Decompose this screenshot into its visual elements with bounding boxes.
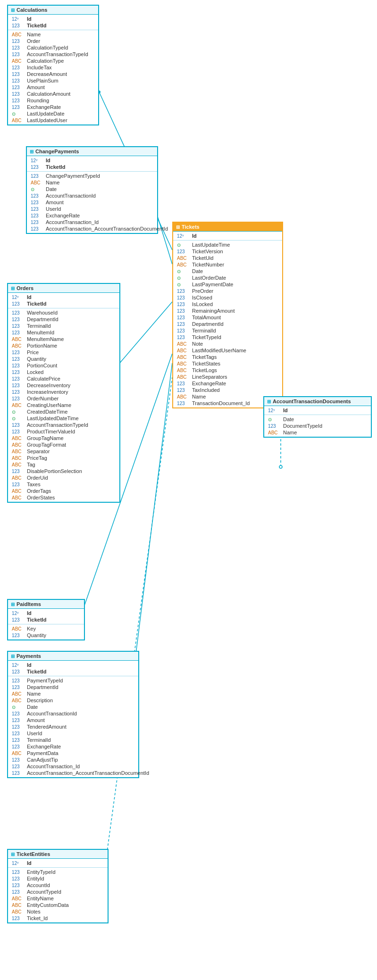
field-name: AccountTransactionTypeId <box>27 422 88 428</box>
field-type: 123 <box>177 381 190 386</box>
field-name: IncludeTax <box>27 65 52 70</box>
field-name: PreOrder <box>192 288 213 294</box>
entity-calculations: ⊞ Calculations 12ᵞ Id 123 TicketId ABCNa… <box>7 5 99 125</box>
field-type: 123 <box>12 317 25 322</box>
field-name: ExchangeRate <box>27 104 61 110</box>
field-type: 123 <box>177 388 190 393</box>
entity-orders: ⊞ Orders 12ᵞ Id 123 TicketId 123Warehous… <box>7 283 120 503</box>
field-row: ABCCreatingUserName <box>8 402 119 408</box>
field-row: 12ᵞ Id <box>8 16 98 22</box>
field-name: Ticket_Id <box>27 915 48 921</box>
field-type: 123 <box>12 396 25 401</box>
field-type: 123 <box>177 308 190 314</box>
field-type: ABC <box>12 403 25 408</box>
field-type: ⊙ <box>31 187 44 192</box>
field-type: ABC <box>12 343 25 349</box>
field-row: 123 TicketId <box>8 300 119 307</box>
field-name: Rounding <box>27 98 49 103</box>
field-row: 123AccountTransaction_AccountTransaction… <box>27 225 157 232</box>
field-name: Date <box>46 186 57 192</box>
field-row: 123RemainingAmount <box>173 307 282 314</box>
field-type: ⊙ <box>12 111 25 116</box>
field-type: ABC <box>12 462 25 467</box>
field-row: 123DecreaseAmount <box>8 71 98 77</box>
field-name: IsLocked <box>192 301 213 307</box>
field-type: 123 <box>12 23 25 28</box>
field-type: ABC <box>177 374 190 380</box>
field-type: 123 <box>12 363 25 368</box>
field-row: 123OrderNumber <box>8 395 119 402</box>
field-type: 123 <box>177 302 190 307</box>
field-type: ABC <box>12 751 25 756</box>
field-type: ⊙ <box>12 409 25 415</box>
field-type: 12ᵞ <box>31 158 44 163</box>
field-row: 123UserId <box>8 730 138 737</box>
field-type: 123 <box>12 764 25 769</box>
field-name: CalculatePrice <box>27 376 60 382</box>
field-name: Quantity <box>27 632 46 638</box>
field-name: Locked <box>27 369 43 375</box>
field-name: TicketTags <box>192 354 217 360</box>
field-row: ⊙LastUpdateDate <box>8 110 98 117</box>
field-name: CreatedDateTime <box>27 409 67 415</box>
field-row: 123IncludeTax <box>8 64 98 71</box>
field-row: ABCTicketLogs <box>173 367 282 374</box>
field-row: 123AccountTransactionId <box>27 192 157 199</box>
field-row: 123Amount <box>8 84 98 91</box>
field-name: EntityTypeId <box>27 869 56 875</box>
field-type: 12ᵞ <box>12 611 25 616</box>
field-row: 12ᵞ Id <box>8 860 108 866</box>
field-name: TerminalId <box>27 737 51 743</box>
field-type: 123 <box>12 889 25 895</box>
field-name: LastPaymentDate <box>192 282 233 287</box>
entity-orders-title: Orders <box>17 285 34 291</box>
field-type: ABC <box>177 262 190 267</box>
field-name: LastModifiedUserName <box>192 348 246 353</box>
field-row: 123ProductTimerValueId <box>8 428 119 435</box>
field-name: ChangePaymentTypeId <box>46 173 100 179</box>
field-row: 123Quantity <box>8 632 84 639</box>
field-name: TicketUid <box>192 255 213 261</box>
entity-calculations-fields: 12ᵞ Id 123 TicketId ABCName 123Order 123… <box>8 15 98 125</box>
field-name: MenuItemName <box>27 336 64 342</box>
field-type: 123 <box>12 883 25 888</box>
field-name: TicketTypeId <box>192 334 221 340</box>
svg-line-4 <box>116 302 172 368</box>
field-name: Amount <box>27 84 45 90</box>
field-type: 123 <box>12 78 25 83</box>
field-row: 123WarehouseId <box>8 309 119 316</box>
field-name: AccountTransaction_Id <box>46 219 99 225</box>
field-name: Quantity <box>27 356 46 362</box>
field-type: ABC <box>12 896 25 901</box>
field-type: 123 <box>177 295 190 300</box>
field-type: ABC <box>12 495 25 500</box>
field-name: Date <box>192 268 203 274</box>
field-type: 123 <box>12 45 25 50</box>
field-name: AccountId <box>27 882 50 888</box>
field-type: 123 <box>12 429 25 434</box>
field-row: ABCEntityName <box>8 895 108 902</box>
field-type: ABC <box>12 337 25 342</box>
field-name: MenuItemId <box>27 330 54 335</box>
field-row: 123PreOrder <box>173 288 282 294</box>
field-name: PortionName <box>27 343 57 349</box>
field-name: TicketId <box>27 617 46 623</box>
entity-ticketEntities-title: TicketEntities <box>17 851 50 857</box>
field-name: IsClosed <box>192 295 212 300</box>
field-type: 12ᵞ <box>12 861 25 866</box>
field-type: ABC <box>12 449 25 454</box>
field-type: 123 <box>12 617 25 623</box>
field-type: ABC <box>12 32 25 37</box>
field-row: 123 TicketId <box>8 616 84 623</box>
field-type: 123 <box>12 678 25 683</box>
field-type: 123 <box>31 165 44 170</box>
field-type: ABC <box>177 361 190 366</box>
field-type: 123 <box>12 98 25 103</box>
field-row: ABCTag <box>8 461 119 468</box>
field-name: Id <box>27 662 32 668</box>
field-type: 123 <box>12 633 25 638</box>
field-row: ⊙Date <box>264 416 371 423</box>
field-row: ABCCalculationType <box>8 58 98 64</box>
field-row: 123DecreaseInventory <box>8 382 119 389</box>
field-name: Tag <box>27 462 35 467</box>
